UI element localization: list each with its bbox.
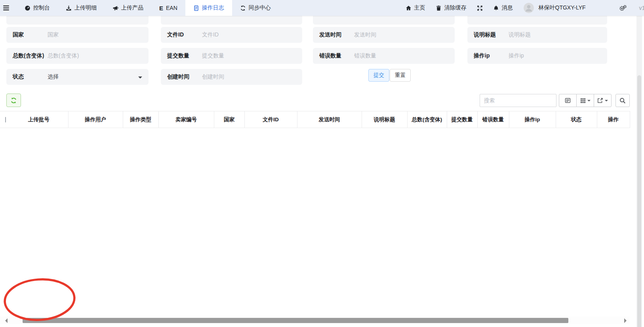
filter-field-create-time[interactable]: 创建时间 创建时间 <box>161 69 302 85</box>
card-view-button[interactable] <box>559 94 577 107</box>
column-header[interactable]: 上传批号 <box>10 111 68 128</box>
ean-icon: E <box>159 5 163 11</box>
export-icon <box>597 98 603 103</box>
reset-button[interactable]: 重置 <box>390 69 411 82</box>
nav-label: 控制台 <box>33 4 50 11</box>
filter-placeholder: 提交数量 <box>202 52 224 59</box>
nav-label: 上传明细 <box>74 4 97 11</box>
refresh-button[interactable] <box>6 94 21 107</box>
filter-label: 创建时间 <box>167 73 202 80</box>
export-button[interactable] <box>594 94 612 107</box>
search-button[interactable] <box>615 94 630 107</box>
column-header[interactable]: 文件ID <box>244 111 297 128</box>
main-menu: 控制台 上传明细 上传产品 E EAN <box>17 0 279 16</box>
page: 控制台 上传明细 上传产品 E EAN <box>0 0 644 327</box>
horizontal-scrollbar[interactable] <box>0 317 630 324</box>
search-icon <box>619 98 626 104</box>
nav-item-console[interactable]: 控制台 <box>17 0 58 16</box>
column-header[interactable]: 卖家编号 <box>158 111 214 128</box>
filter-placeholder: 文件ID <box>202 31 219 38</box>
filter-label: 国家 <box>13 31 48 38</box>
fullscreen-icon <box>477 5 483 11</box>
nav-item-sync-center[interactable]: 同步中心 <box>232 0 279 16</box>
top-navbar: 控制台 上传明细 上传产品 E EAN <box>0 0 644 16</box>
nav-item-clear-cache[interactable]: 清除缓存 <box>431 0 472 16</box>
nav-label: EAN <box>166 5 177 11</box>
filter-label: 总数(含变体) <box>13 52 48 59</box>
dashboard-icon <box>25 5 30 11</box>
column-header[interactable]: 错误数量 <box>477 111 509 128</box>
column-header[interactable]: 提交数量 <box>447 111 477 128</box>
trash-icon <box>436 5 442 11</box>
column-header[interactable]: 操作类型 <box>123 111 158 128</box>
vertical-scrollbar-thumb[interactable] <box>637 75 641 327</box>
column-header[interactable]: 状态 <box>556 111 597 128</box>
filter-field-error-qty[interactable]: 错误数量 错误数量 <box>313 48 455 64</box>
filter-placeholder: 发送时间 <box>354 31 376 38</box>
nav-item-operation-log[interactable]: 操作日志 <box>185 0 232 16</box>
filter-placeholder: 国家 <box>48 31 59 38</box>
header-checkbox-cell[interactable] <box>0 111 10 128</box>
fullscreen-button[interactable] <box>472 0 488 16</box>
search-input[interactable]: 搜索 <box>480 94 556 107</box>
filter-field-country[interactable]: 国家 国家 <box>6 27 149 43</box>
filter-field-operation-ip[interactable]: 操作ip 操作ip <box>467 48 607 64</box>
nav-item-upload-detail[interactable]: 上传明细 <box>58 0 105 16</box>
column-header[interactable]: 说明标题 <box>362 111 407 128</box>
status-select-value: 选择 <box>48 73 59 80</box>
sync-icon <box>240 5 246 11</box>
submit-button[interactable]: 提交 <box>368 69 389 82</box>
nav-label: 消息 <box>502 4 513 11</box>
upload-detail-icon <box>66 5 72 11</box>
columns-button[interactable] <box>576 94 594 107</box>
filter-label: 状态 <box>13 73 48 80</box>
nav-item-ean[interactable]: E EAN <box>151 0 185 16</box>
nav-item-upload-product[interactable]: 上传产品 <box>105 0 151 16</box>
operation-log-table: 上传批号操作用户操作类型卖家编号国家文件ID发送时间说明标题总数(含变体)提交数… <box>0 111 630 128</box>
navbar-right: 主页 清除缓存 消息 林保叶QTGXY <box>400 0 644 16</box>
version-label: v1.0 <box>639 5 644 11</box>
horizontal-scrollbar-thumb[interactable] <box>23 318 568 323</box>
filter-label: 说明标题 <box>474 31 509 38</box>
checkbox-edge <box>5 117 6 122</box>
nav-label: 上传产品 <box>121 4 143 11</box>
menu-toggle-icon[interactable] <box>3 0 11 16</box>
column-header[interactable]: 操作ip <box>509 111 556 128</box>
nav-label: 操作日志 <box>202 4 224 11</box>
column-header[interactable]: 操作用户 <box>68 111 123 128</box>
home-icon <box>406 5 412 11</box>
chevron-down-icon <box>138 76 142 80</box>
nav-item-messages[interactable]: 消息 <box>488 0 518 16</box>
filter-field-total[interactable]: 总数(含变体) 总数(含变体) <box>6 48 149 64</box>
filter-select-status[interactable]: 状态 选择 <box>6 69 149 85</box>
log-icon <box>193 5 199 11</box>
scroll-right-arrow-icon[interactable] <box>624 318 627 323</box>
user-avatar[interactable] <box>524 3 534 13</box>
vertical-scrollbar[interactable] <box>636 12 642 327</box>
bell-icon <box>493 5 499 11</box>
card-view-icon <box>565 98 571 103</box>
nav-label: 同步中心 <box>249 4 271 11</box>
filter-placeholder: 错误数量 <box>354 52 376 59</box>
table-toolbar-group <box>559 94 612 107</box>
nav-item-home[interactable]: 主页 <box>400 0 431 16</box>
column-header[interactable]: 国家 <box>214 111 244 128</box>
filter-placeholder: 创建时间 <box>202 73 224 80</box>
username[interactable]: 林保叶QTGXY-LYF <box>536 4 588 11</box>
column-header[interactable]: 总数(含变体) <box>407 111 447 128</box>
filter-placeholder: 总数(含变体) <box>48 52 79 59</box>
filter-field-file-id[interactable]: 文件ID 文件ID <box>161 27 302 43</box>
filter-field-submit-qty[interactable]: 提交数量 提交数量 <box>161 48 302 64</box>
scroll-left-arrow-icon[interactable] <box>5 318 8 323</box>
filter-placeholder: 说明标题 <box>509 31 531 38</box>
filter-label: 文件ID <box>167 31 202 38</box>
search-placeholder: 搜索 <box>484 97 495 104</box>
column-header[interactable]: 发送时间 <box>297 111 362 128</box>
column-header[interactable]: 操作 <box>597 111 630 128</box>
refresh-icon <box>10 97 17 104</box>
table-header-row: 上传批号操作用户操作类型卖家编号国家文件ID发送时间说明标题总数(含变体)提交数… <box>0 111 630 128</box>
filter-field-title[interactable]: 说明标题 说明标题 <box>467 27 607 43</box>
filter-field-send-time[interactable]: 发送时间 发送时间 <box>313 27 455 43</box>
settings-gears-icon[interactable] <box>619 5 627 11</box>
chevron-down-icon <box>587 100 591 103</box>
